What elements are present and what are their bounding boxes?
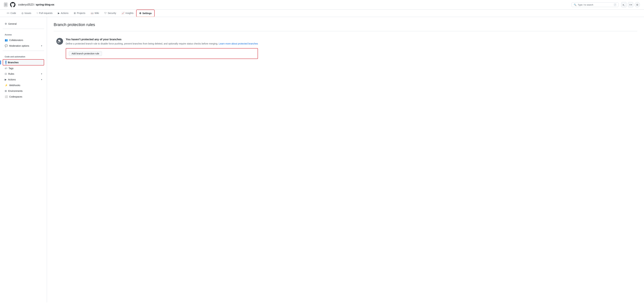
security-icon: 🛡 bbox=[104, 12, 107, 15]
access-section-label: Access bbox=[3, 31, 44, 37]
main-content: Branch protection rules You haven't prot… bbox=[47, 17, 644, 302]
branches-icon: ⑂ bbox=[5, 61, 6, 64]
page-title: Branch protection rules bbox=[54, 22, 637, 27]
sidebar-collaborators-label: Collaborators bbox=[9, 39, 23, 42]
sidebar-item-general[interactable]: ⚙ General bbox=[3, 21, 44, 27]
tags-icon: 🏷 bbox=[5, 67, 7, 70]
codespaces-icon: ⬜ bbox=[5, 95, 8, 98]
protection-notice: You haven't protected any of your branch… bbox=[54, 35, 637, 62]
tab-code-label: Code bbox=[10, 12, 16, 15]
title-divider bbox=[54, 31, 637, 31]
environments-icon: ⊞ bbox=[5, 90, 7, 93]
repo-name[interactable]: spring-blog-ex bbox=[36, 3, 54, 6]
github-logo bbox=[10, 2, 16, 8]
chevron-down-icon: ▾ bbox=[41, 78, 42, 81]
search-bar[interactable]: 🔍 Type / to search / bbox=[572, 2, 618, 7]
insights-icon: 📈 bbox=[122, 12, 124, 15]
tab-wiki-label: Wiki bbox=[94, 12, 99, 15]
sidebar-item-codespaces[interactable]: ⬜ Codespaces bbox=[3, 94, 44, 100]
actions-sidebar-icon: ▶ bbox=[5, 78, 7, 81]
sidebar-environments-label: Environments bbox=[8, 90, 23, 92]
repo-owner[interactable]: coderyu5523 bbox=[18, 3, 34, 6]
moderation-icon: 💬 bbox=[5, 44, 8, 47]
notice-body-text: Define a protected branch rule to disabl… bbox=[66, 42, 218, 45]
notice-heading: You haven't protected any of your branch… bbox=[66, 38, 258, 41]
search-icon: 🔍 bbox=[574, 4, 576, 6]
settings-sidebar: ⚙ General Access 👥 Collaborators 💬 Moder… bbox=[0, 17, 47, 302]
sidebar-webhooks-label: Webhooks bbox=[9, 84, 20, 87]
issues-icon: ◎ bbox=[22, 12, 24, 15]
add-branch-protection-rule-button[interactable]: Add branch protection rule bbox=[69, 51, 102, 56]
chevron-down-icon: ▾ bbox=[41, 73, 42, 75]
sidebar-item-moderation[interactable]: 💬 Moderation options ▾ bbox=[3, 43, 44, 49]
repo-tabs: <> Code ◎ Issues ⑂ Pull requests ▶ Actio… bbox=[0, 10, 644, 17]
collaborators-icon: 👥 bbox=[5, 39, 8, 42]
search-placeholder-text: Type / to search bbox=[578, 4, 593, 6]
tab-pull-requests[interactable]: ⑂ Pull requests bbox=[34, 10, 55, 17]
sidebar-item-webhooks[interactable]: ⚡ Webhooks bbox=[3, 82, 44, 88]
sidebar-general-label: General bbox=[8, 23, 16, 25]
terminal-icon: ≥_ bbox=[623, 4, 625, 6]
add-rule-container: Add branch protection rule bbox=[66, 48, 258, 59]
branch-protection-icon bbox=[56, 38, 63, 45]
notice-text: You haven't protected any of your branch… bbox=[66, 38, 258, 59]
top-navigation: ☰ coderyu5523 / spring-blog-ex 🔍 Type / … bbox=[0, 0, 644, 10]
sidebar-tags-label: Tags bbox=[8, 67, 14, 70]
code-section-label: Code and automation bbox=[3, 53, 44, 59]
tab-code[interactable]: <> Code bbox=[4, 10, 19, 17]
plus-icon: + bbox=[629, 3, 630, 6]
sidebar-moderation-label: Moderation options bbox=[9, 45, 29, 47]
code-icon: <> bbox=[7, 12, 10, 15]
sidebar-codespaces-label: Codespaces bbox=[9, 95, 22, 98]
tab-settings[interactable]: ⚙ Settings bbox=[136, 10, 155, 17]
tab-insights-label: Insights bbox=[126, 12, 134, 15]
notice-body: Define a protected branch rule to disabl… bbox=[66, 42, 258, 46]
pull-request-icon: ⑂ bbox=[36, 12, 38, 15]
search-kbd: / bbox=[614, 3, 616, 6]
sidebar-branches-label: Branches bbox=[8, 61, 18, 64]
webhooks-icon: ⚡ bbox=[5, 84, 8, 87]
create-new-button[interactable]: + ▾ bbox=[628, 2, 633, 8]
page-layout: ⚙ General Access 👥 Collaborators 💬 Moder… bbox=[0, 17, 644, 302]
settings-icon: ⚙ bbox=[139, 12, 142, 15]
tab-actions-label: Actions bbox=[61, 12, 68, 15]
gear-icon: ⚙ bbox=[5, 22, 7, 25]
learn-more-link[interactable]: Learn more about protected branches bbox=[219, 42, 258, 45]
terminal-button[interactable]: ≥_ bbox=[621, 2, 626, 8]
tab-wiki[interactable]: 📖 Wiki bbox=[88, 10, 102, 17]
sidebar-item-tags[interactable]: 🏷 Tags bbox=[3, 66, 44, 71]
active-indicator bbox=[0, 61, 1, 65]
tab-security[interactable]: 🛡 Security bbox=[102, 10, 119, 17]
tab-actions[interactable]: ▶ Actions bbox=[55, 10, 71, 17]
rules-icon: ⊡ bbox=[5, 72, 7, 75]
sidebar-rules-label: Rules bbox=[8, 73, 14, 75]
sidebar-item-branches[interactable]: ⑂ Branches bbox=[3, 59, 44, 66]
tab-insights[interactable]: 📈 Insights bbox=[119, 10, 136, 17]
path-separator: / bbox=[34, 3, 35, 6]
chevron-down-icon: ▾ bbox=[631, 4, 632, 6]
actions-icon: ▶ bbox=[58, 12, 60, 15]
sidebar-item-actions[interactable]: ▶ Actions ▾ bbox=[3, 77, 44, 82]
tab-projects-label: Projects bbox=[77, 12, 85, 15]
sidebar-item-rules[interactable]: ⊡ Rules ▾ bbox=[3, 71, 44, 77]
wiki-icon: 📖 bbox=[91, 12, 94, 15]
projects-icon: ⊞ bbox=[74, 12, 76, 15]
tab-security-label: Security bbox=[108, 12, 116, 15]
tab-pull-requests-label: Pull requests bbox=[39, 12, 52, 15]
user-circle-icon: ⊙ bbox=[636, 3, 638, 6]
sidebar-actions-label: Actions bbox=[8, 78, 16, 81]
hamburger-menu[interactable]: ☰ bbox=[4, 3, 8, 7]
user-icon-button[interactable]: ⊙ bbox=[634, 2, 640, 8]
sidebar-item-environments[interactable]: ⊞ Environments bbox=[3, 88, 44, 94]
chevron-down-icon: ▾ bbox=[41, 45, 42, 47]
top-nav-actions: ≥_ + ▾ ⊙ bbox=[621, 2, 640, 8]
sidebar-item-collaborators[interactable]: 👥 Collaborators bbox=[3, 37, 44, 43]
tab-issues-label: Issues bbox=[24, 12, 31, 15]
repo-path: coderyu5523 / spring-blog-ex bbox=[18, 3, 54, 6]
tab-projects[interactable]: ⊞ Projects bbox=[71, 10, 88, 17]
tab-settings-label: Settings bbox=[142, 12, 152, 15]
tab-issues[interactable]: ◎ Issues bbox=[19, 10, 34, 17]
